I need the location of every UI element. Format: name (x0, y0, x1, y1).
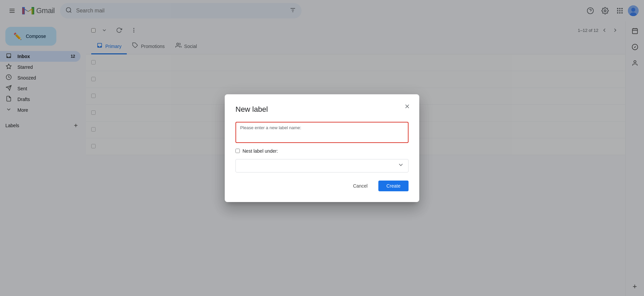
label-name-section: Please enter a new label name: (235, 122, 409, 143)
label-name-input[interactable] (240, 132, 404, 140)
cancel-button[interactable]: Cancel (347, 181, 373, 191)
create-button[interactable]: Create (378, 181, 409, 191)
dialog-actions: Cancel Create (235, 181, 409, 191)
dropdown-chevron-icon (397, 161, 404, 170)
dialog-title: New label (235, 105, 409, 114)
modal-overlay[interactable]: New label Please enter a new label name:… (0, 0, 644, 296)
nest-label-dropdown[interactable] (235, 159, 409, 172)
nest-label-row: Nest label under: (235, 148, 409, 154)
nest-label-select[interactable] (240, 163, 397, 168)
nest-label-text[interactable]: Nest label under: (243, 148, 278, 154)
label-input-label: Please enter a new label name: (240, 125, 404, 130)
nest-label-checkbox[interactable] (235, 149, 240, 153)
new-label-dialog: New label Please enter a new label name:… (225, 94, 419, 202)
dialog-close-button[interactable] (400, 100, 414, 113)
